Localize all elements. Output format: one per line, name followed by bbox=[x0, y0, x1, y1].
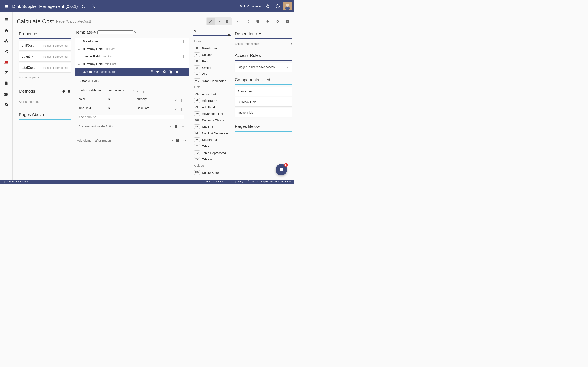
component-card[interactable]: Integer Field bbox=[235, 108, 292, 117]
home-icon[interactable] bbox=[4, 28, 9, 33]
apps-icon[interactable] bbox=[4, 17, 9, 22]
palette-item[interactable]: SBSearch Bar bbox=[193, 136, 231, 143]
palette-item[interactable]: RRow bbox=[193, 58, 231, 64]
dropdown-icon[interactable]: ▾ bbox=[170, 125, 172, 128]
expand-icon[interactable]: ⌄ bbox=[77, 55, 81, 58]
tag-icon[interactable] bbox=[227, 33, 231, 37]
property-card[interactable]: unitCostnumber FormControl bbox=[19, 41, 71, 50]
check-circle-icon[interactable] bbox=[274, 2, 282, 10]
palette-item[interactable]: TTable bbox=[193, 143, 231, 150]
code-mode-icon[interactable] bbox=[215, 18, 223, 25]
clear-icon[interactable]: ✕ bbox=[133, 31, 138, 34]
template-row[interactable]: ⌄Currency FieldtotalCost⋮⋮ bbox=[75, 60, 189, 68]
image-mode-icon[interactable] bbox=[223, 18, 231, 25]
palette-item[interactable]: SSection bbox=[193, 64, 231, 71]
sigma-icon[interactable] bbox=[4, 70, 9, 75]
palette-item[interactable]: WDWrap Deprecated bbox=[193, 77, 231, 84]
palette-item[interactable]: ALAction List bbox=[193, 91, 231, 97]
dropdown-icon[interactable]: ▾ bbox=[184, 116, 186, 118]
attr-key[interactable]: color bbox=[79, 96, 105, 102]
style-icon[interactable] bbox=[264, 18, 272, 25]
history-icon[interactable] bbox=[79, 2, 87, 10]
chevron-down-icon[interactable]: ▾ bbox=[92, 31, 94, 34]
dropdown-icon[interactable]: ▾ bbox=[172, 139, 173, 142]
puzzle-icon[interactable] bbox=[4, 92, 9, 96]
laptop-icon[interactable] bbox=[4, 60, 9, 65]
search-icon[interactable] bbox=[89, 2, 97, 10]
share-icon[interactable] bbox=[4, 49, 9, 54]
code-icon[interactable] bbox=[183, 139, 187, 142]
attr-key[interactable]: mat-raised-button bbox=[79, 87, 105, 93]
gear-icon[interactable] bbox=[4, 102, 9, 107]
palette-item[interactable]: NLNav List Deprecated bbox=[193, 130, 231, 136]
palette-item[interactable]: TDTable Deprecated bbox=[193, 150, 231, 156]
palette-item[interactable]: ABAdd Button bbox=[193, 97, 231, 104]
component-card[interactable]: Currency Field bbox=[235, 98, 292, 106]
template-search-icon[interactable] bbox=[94, 30, 97, 34]
drag-icon[interactable]: ⋮⋮ bbox=[182, 40, 188, 43]
drag-icon[interactable]: ⋮⋮ bbox=[182, 55, 188, 58]
attr-value[interactable]: Calculate▾ bbox=[137, 105, 172, 111]
attr-op[interactable]: is▾ bbox=[108, 105, 134, 111]
settings-icon[interactable] bbox=[274, 18, 282, 25]
property-card[interactable]: quantitynumber FormControl bbox=[19, 52, 71, 61]
sync-icon[interactable] bbox=[244, 18, 252, 25]
template-search-input[interactable] bbox=[97, 30, 133, 34]
hamburger-menu[interactable] bbox=[2, 2, 11, 10]
drag-icon[interactable]: ⋮⋮ bbox=[182, 70, 188, 73]
access-rule-card[interactable]: Logged in users have access ⌄ bbox=[235, 63, 292, 72]
template-row[interactable]: ⌄Breadcrumb⋮⋮ bbox=[75, 38, 189, 45]
palette-item[interactable]: TVTable V1 bbox=[193, 156, 231, 162]
attr-op[interactable]: has no value▾ bbox=[108, 87, 134, 93]
element-type-select[interactable]: Button (HTML) ▾ bbox=[79, 78, 186, 84]
search-icon[interactable] bbox=[193, 30, 231, 33]
tos-link[interactable]: Terms of Service bbox=[205, 180, 223, 183]
property-card[interactable]: totalCostnumber FormControl bbox=[19, 63, 71, 72]
drag-icon[interactable]: ⋮⋮ bbox=[142, 90, 148, 93]
bug-icon[interactable] bbox=[62, 89, 66, 93]
remove-icon[interactable]: ✕ bbox=[174, 108, 177, 111]
code-icon[interactable] bbox=[234, 18, 242, 25]
add-after-input[interactable] bbox=[77, 137, 175, 144]
expand-icon[interactable]: ⌄ bbox=[77, 47, 81, 50]
chat-fab[interactable]: 5 bbox=[276, 164, 287, 175]
remove-icon[interactable]: ✕ bbox=[137, 90, 139, 93]
drag-icon[interactable]: ⋮⋮ bbox=[182, 47, 188, 50]
dependency-select[interactable]: Select Dependency ▾ bbox=[235, 41, 292, 47]
expand-icon[interactable]: ⌄ bbox=[77, 62, 81, 66]
palette-item[interactable]: AFAdd Field bbox=[193, 104, 231, 110]
template-row-selected[interactable]: ⌄ Button mat-raised-button ⋮⋮ bbox=[75, 68, 189, 76]
code-icon[interactable] bbox=[181, 125, 186, 128]
add-method-input[interactable] bbox=[19, 98, 71, 105]
palette-item[interactable]: BBreadcrumb bbox=[193, 45, 231, 51]
template-row[interactable]: ⌄Integer Fieldquantity⋮⋮ bbox=[75, 53, 189, 60]
drag-icon[interactable]: ⋮⋮ bbox=[180, 108, 186, 111]
component-card[interactable]: Breadcrumb bbox=[235, 87, 292, 96]
paste-icon[interactable] bbox=[174, 125, 179, 128]
user-avatar[interactable] bbox=[283, 2, 292, 10]
attr-op[interactable]: is▾ bbox=[108, 96, 134, 102]
attr-value[interactable]: primary▾ bbox=[137, 96, 172, 102]
paste-icon[interactable] bbox=[176, 139, 180, 142]
privacy-link[interactable]: Privacy Policy bbox=[228, 180, 243, 183]
add-property-input[interactable] bbox=[19, 74, 71, 81]
drag-icon[interactable]: ⋮⋮ bbox=[182, 62, 188, 66]
edit-mode-icon[interactable] bbox=[207, 18, 215, 25]
refresh-icon[interactable] bbox=[264, 2, 272, 10]
clipboard-check-icon[interactable] bbox=[283, 18, 292, 25]
drag-icon[interactable]: ⋮⋮ bbox=[180, 99, 186, 102]
expand-icon[interactable]: ⌄ bbox=[77, 40, 81, 43]
expand-icon[interactable]: ⌄ bbox=[77, 70, 81, 73]
palette-item[interactable]: DBDelete Button bbox=[193, 169, 231, 176]
copy-icon[interactable] bbox=[169, 70, 173, 74]
delete-icon[interactable] bbox=[175, 70, 179, 74]
paste-icon[interactable] bbox=[67, 89, 71, 93]
copy-icon[interactable] bbox=[254, 18, 262, 25]
add-attribute-input[interactable] bbox=[79, 115, 184, 119]
palette-item[interactable]: NLNav List bbox=[193, 123, 231, 130]
remove-icon[interactable]: ✕ bbox=[174, 99, 177, 102]
palette-item[interactable]: AFAdvanced Filter bbox=[193, 110, 231, 117]
add-inside-input[interactable] bbox=[79, 123, 173, 130]
attr-key[interactable]: innerText bbox=[79, 105, 105, 111]
palette-item[interactable]: WWrap bbox=[193, 71, 231, 77]
